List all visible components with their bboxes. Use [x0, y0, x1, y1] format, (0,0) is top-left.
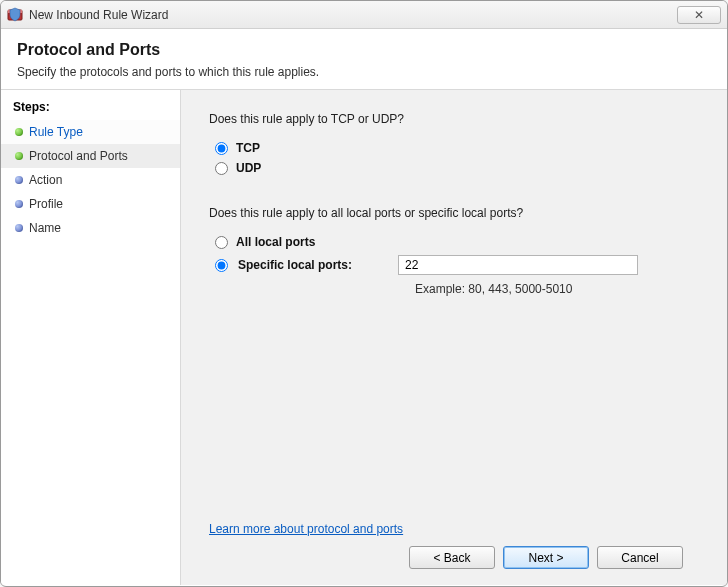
radio-udp[interactable]: UDP [215, 158, 699, 178]
port-question: Does this rule apply to all local ports … [209, 206, 699, 220]
step-profile[interactable]: Profile [1, 192, 180, 216]
header: Protocol and Ports Specify the protocols… [1, 29, 727, 90]
cancel-button[interactable]: Cancel [597, 546, 683, 569]
ports-example: Example: 80, 443, 5000-5010 [415, 282, 699, 296]
radio-specific-ports-input[interactable] [215, 259, 228, 272]
close-icon: ✕ [694, 8, 704, 22]
back-button[interactable]: < Back [409, 546, 495, 569]
main-panel: Does this rule apply to TCP or UDP? TCP … [181, 90, 727, 585]
bullet-icon [15, 200, 23, 208]
wizard-window: New Inbound Rule Wizard ✕ Protocol and P… [0, 0, 728, 587]
footer-buttons: < Back Next > Cancel [209, 536, 699, 569]
bullet-icon [15, 224, 23, 232]
radio-tcp[interactable]: TCP [215, 138, 699, 158]
radio-tcp-label: TCP [236, 141, 260, 155]
radio-udp-input[interactable] [215, 162, 228, 175]
bullet-icon [15, 128, 23, 136]
radio-all-ports-label: All local ports [236, 235, 315, 249]
step-label: Name [29, 221, 61, 235]
step-protocol-and-ports[interactable]: Protocol and Ports [1, 144, 180, 168]
steps-heading: Steps: [1, 96, 180, 120]
window-title: New Inbound Rule Wizard [29, 8, 168, 22]
radio-all-ports-input[interactable] [215, 236, 228, 249]
protocol-radio-group: TCP UDP [215, 138, 699, 178]
radio-udp-label: UDP [236, 161, 261, 175]
radio-specific-ports-label: Specific local ports: [238, 258, 388, 272]
step-label: Profile [29, 197, 63, 211]
step-label: Rule Type [29, 125, 83, 139]
radio-all-ports[interactable]: All local ports [215, 232, 699, 252]
step-action[interactable]: Action [1, 168, 180, 192]
step-rule-type[interactable]: Rule Type [1, 120, 180, 144]
port-radio-group: All local ports Specific local ports: Ex… [215, 232, 699, 296]
bullet-icon [15, 152, 23, 160]
body: Steps: Rule Type Protocol and Ports Acti… [1, 90, 727, 585]
steps-sidebar: Steps: Rule Type Protocol and Ports Acti… [1, 90, 181, 585]
firewall-icon [7, 7, 23, 23]
close-button[interactable]: ✕ [677, 6, 721, 24]
titlebar: New Inbound Rule Wizard ✕ [1, 1, 727, 29]
protocol-question: Does this rule apply to TCP or UDP? [209, 112, 699, 126]
step-name[interactable]: Name [1, 216, 180, 240]
next-button[interactable]: Next > [503, 546, 589, 569]
bullet-icon [15, 176, 23, 184]
radio-tcp-input[interactable] [215, 142, 228, 155]
page-subtitle: Specify the protocols and ports to which… [17, 65, 711, 79]
learn-more-link[interactable]: Learn more about protocol and ports [209, 522, 699, 536]
page-title: Protocol and Ports [17, 41, 711, 59]
specific-ports-input[interactable] [398, 255, 638, 275]
step-label: Action [29, 173, 62, 187]
radio-specific-ports-row: Specific local ports: [215, 252, 699, 278]
step-label: Protocol and Ports [29, 149, 128, 163]
